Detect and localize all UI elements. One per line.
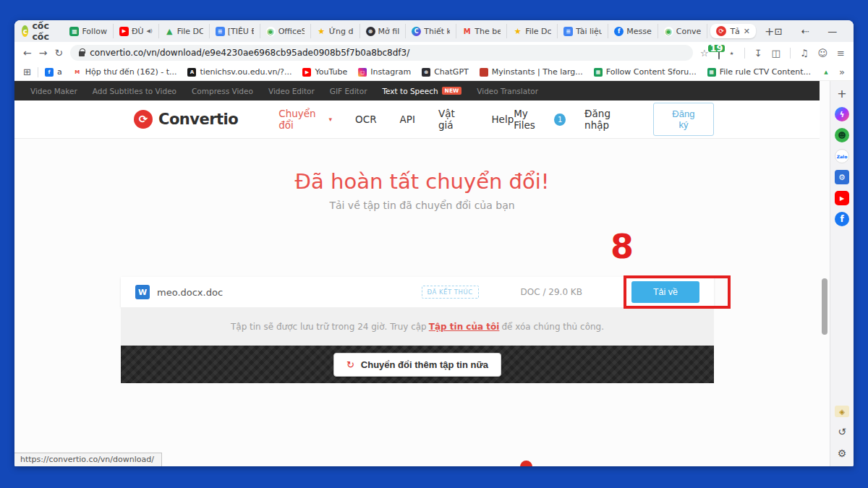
site-nav-item[interactable]: OCR xyxy=(355,114,376,125)
browser-tab[interactable]: C Thiết k xyxy=(406,24,456,38)
toolbar-divider xyxy=(744,48,745,59)
browser-tab[interactable]: ⊛ Mở fil xyxy=(360,24,407,38)
canva-icon: C xyxy=(412,27,421,36)
web-page: Video Maker Add Subtitles to Video Compr… xyxy=(14,81,830,466)
bookmark-item[interactable]: ▲ Nguyễn Tâm - Googl... xyxy=(822,67,830,77)
tab-title: OfficeS xyxy=(278,27,305,36)
page-subtitle: Tải về tập tin đã chuyển đổi của bạn xyxy=(14,200,830,211)
browser-tab[interactable]: ≡ [TIÊU Đ xyxy=(210,24,260,38)
youtube-sidebar-icon[interactable]: ▶ xyxy=(835,191,849,205)
bookmark-label: a xyxy=(57,67,62,77)
blue-tools-icon[interactable]: ⚙ xyxy=(835,170,849,184)
site-nav-item[interactable]: Vật giá xyxy=(438,108,469,131)
page-scrollbar[interactable] xyxy=(820,81,830,466)
browser-tab[interactable]: ≡ Tài liệu xyxy=(558,24,608,38)
browser-sidebar: + ϟ ☻ Zalo ⚙ ▶ f ◈ xyxy=(830,81,854,466)
notice-text-before: Tập tin sẽ được lưu trữ trong 24 giờ. Tr… xyxy=(231,322,427,332)
topnav-item[interactable]: Video Maker xyxy=(30,87,77,95)
site-header: ⟳ Convertio Chuyển đổi ▾ OCR xyxy=(14,100,830,139)
bookmark-item[interactable]: ◻ Instagram xyxy=(358,67,411,77)
browser-tab[interactable]: f Messe xyxy=(608,24,658,38)
convert-more-button[interactable]: ↻ Chuyển đổi thêm tập tin nữa xyxy=(333,353,501,377)
downloads-icon[interactable]: ↧ xyxy=(754,48,762,59)
bookmark-item[interactable]: ⊛ ChatGPT xyxy=(422,67,469,77)
settings-icon[interactable]: ⚙ xyxy=(835,446,849,461)
scrollbar-thumb[interactable] xyxy=(822,278,827,335)
red-dot-annotation xyxy=(520,461,532,466)
reload-button[interactable]: ↻ xyxy=(54,47,63,59)
tab-title: [TIÊU Đ xyxy=(228,27,254,36)
recent-tabs-icon[interactable]: ⇠ xyxy=(801,26,809,37)
docs-icon: ≡ xyxy=(563,27,573,36)
bookmarks-overflow-icon[interactable]: » xyxy=(839,67,845,77)
browser-tab[interactable]: ★ Ứng d xyxy=(311,24,360,38)
browser-tab[interactable]: M The be xyxy=(456,24,507,38)
file-name: meo.docx.doc xyxy=(157,287,223,298)
coccoc-logo[interactable]: c cốc cốc xyxy=(22,20,54,42)
site-nav-item[interactable]: API xyxy=(400,114,415,125)
media-playlist-icon[interactable]: ♫ xyxy=(800,48,809,59)
back-button[interactable]: ← xyxy=(23,47,32,59)
menu-icon[interactable]: ≡ xyxy=(837,48,845,59)
login-link[interactable]: Đăng nhập xyxy=(584,108,634,131)
bookmark-item[interactable]: Myinstants | The larg... xyxy=(480,67,583,77)
convertio-favicon: ⟳ xyxy=(716,26,726,36)
forward-button[interactable]: → xyxy=(39,47,48,59)
site-nav-item[interactable]: Chuyển đổi ▾ xyxy=(278,108,332,131)
minimize-button[interactable]: — xyxy=(827,26,837,37)
tab-active[interactable]: ⟳ Tả ✕ xyxy=(710,24,756,38)
topnav-item[interactable]: Video Translator xyxy=(477,87,538,95)
browser-tab[interactable]: ◉ OfficeS xyxy=(260,24,311,38)
drive-icon: ▲ xyxy=(165,27,174,36)
yellow-star-icon: ★ xyxy=(513,27,522,36)
new-tab-button[interactable]: + xyxy=(765,25,774,38)
refresh-icon: ↻ xyxy=(346,359,354,370)
tab-search-icon[interactable]: ⊡ xyxy=(774,26,782,37)
tab-title: Tài liệu xyxy=(576,27,602,36)
bookmark-item[interactable]: ▦ Follow Content Sforu... xyxy=(594,67,697,77)
messenger-icon[interactable]: ϟ xyxy=(835,107,849,121)
zalo-icon[interactable]: Zalo xyxy=(835,149,849,163)
topnav-item[interactable]: Compress Video xyxy=(192,87,253,95)
topnav-item[interactable]: Add Subtitles to Video xyxy=(93,87,176,95)
convertio-logo[interactable]: ⟳ Convertio xyxy=(134,110,238,129)
plus-icon[interactable]: + xyxy=(835,86,849,100)
rewards-icon[interactable]: ◈ xyxy=(835,406,849,417)
bookmark-item[interactable]: ▦ File rule CTV Content... xyxy=(707,67,811,77)
bookmark-label: Follow Content Sforu... xyxy=(606,67,697,77)
address-bar[interactable]: convertio.co/vn/download/e9e4230ae6968cb… xyxy=(70,45,693,61)
profile-icon[interactable]: ☺ xyxy=(818,48,828,59)
dark-a-icon: A xyxy=(187,68,196,77)
chevron-down-icon: ▾ xyxy=(329,116,333,123)
bookmark-item[interactable]: ▶ YouTube xyxy=(302,67,347,77)
browser-tab[interactable]: ◉ Conve xyxy=(658,24,708,38)
site-topnav: Video Maker Add Subtitles to Video Compr… xyxy=(14,81,830,100)
split-screen-icon[interactable]: ◫ xyxy=(772,48,780,59)
my-files-notice-link[interactable]: Tập tin của tôi xyxy=(429,322,500,332)
lock-icon xyxy=(79,51,85,56)
topnav-item[interactable]: Text to Speech NEW xyxy=(382,87,461,95)
bookmark-item[interactable]: M Hộp thư đến (162) - t... xyxy=(73,67,177,77)
red-circle-icon xyxy=(480,68,488,77)
topnav-item[interactable]: GIF Editor xyxy=(330,87,367,95)
bookmark-item[interactable]: f a xyxy=(45,67,62,77)
my-files-link[interactable]: My Files 1 xyxy=(514,108,566,131)
extensions-icon[interactable]: ⋆ xyxy=(729,48,735,59)
bookmark-item[interactable]: A tienichsv.ou.edu.vn/?... xyxy=(187,67,292,77)
browser-tab[interactable]: ▶ ĐÙ ◀) xyxy=(114,24,159,38)
site-nav-item[interactable]: Help xyxy=(491,114,514,125)
signup-button[interactable]: Đăng ký xyxy=(653,103,714,136)
browser-tab[interactable]: ▦ Follow xyxy=(64,24,114,38)
history-icon[interactable]: ↺ xyxy=(835,424,849,439)
bookmark-star-icon[interactable]: ☆ xyxy=(700,48,709,59)
tab-close-icon[interactable]: ✕ xyxy=(744,27,750,36)
sheets-icon: ▦ xyxy=(69,27,79,36)
topnav-item[interactable]: Video Editor xyxy=(268,87,315,95)
green-bot-icon[interactable]: ☻ xyxy=(835,128,849,142)
browser-tab[interactable]: ★ File Dc xyxy=(507,24,558,38)
apps-grid-icon[interactable]: ⊞ xyxy=(23,67,31,77)
new-badge: NEW xyxy=(442,87,462,95)
adblock-shield-icon[interactable]: 19 xyxy=(718,48,720,59)
browser-tab[interactable]: ▲ File DC xyxy=(159,24,210,38)
facebook-sidebar-icon[interactable]: f xyxy=(835,212,849,226)
